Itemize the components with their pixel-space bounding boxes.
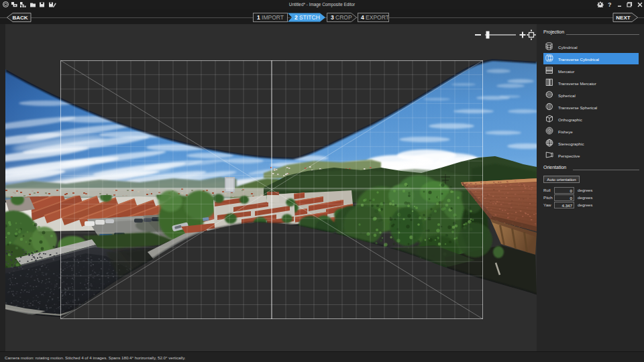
svg-text:2 STITCH: 2 STITCH [294,14,320,21]
svg-text:?: ? [608,1,612,7]
svg-text:BACK: BACK [12,15,28,21]
svg-text:4 EXPORT: 4 EXPORT [361,14,389,21]
svg-text:NEXT: NEXT [616,15,630,21]
svg-text:1 IMPORT: 1 IMPORT [257,14,284,21]
svg-text:3 CROP: 3 CROP [331,14,352,21]
